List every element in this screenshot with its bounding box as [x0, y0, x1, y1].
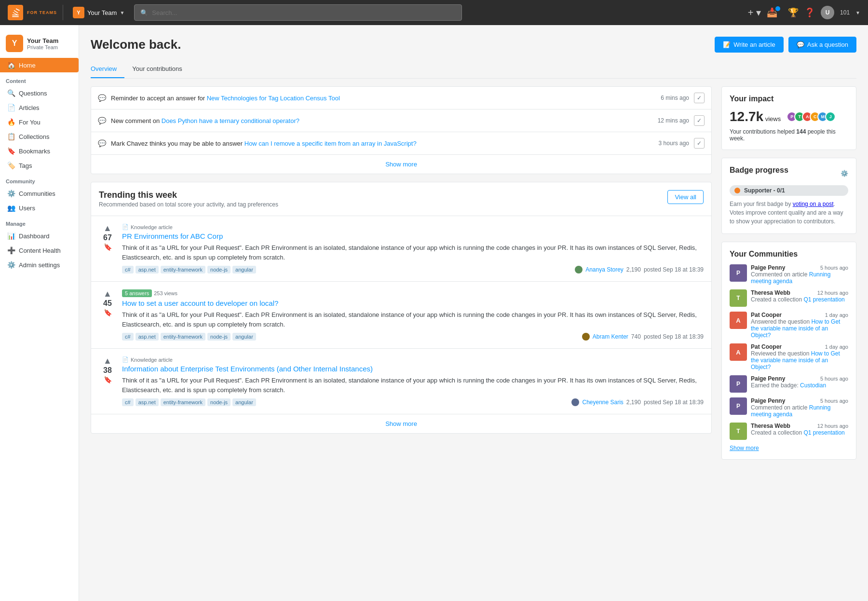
tab-overview[interactable]: Overview: [91, 60, 124, 78]
search-icon: 🔍: [140, 9, 148, 16]
sidebar-communities-label: Communities: [19, 190, 55, 197]
bookmark-1[interactable]: 🔖: [104, 309, 112, 316]
author-name-2[interactable]: Cheyenne Saris: [582, 399, 623, 406]
sidebar-item-tags[interactable]: 🏷️ Tags: [0, 158, 79, 173]
tag-cs-0[interactable]: c#: [122, 266, 134, 273]
tag-aspnet-0[interactable]: asp.net: [136, 266, 159, 273]
community-avatar-1: T: [730, 289, 747, 307]
add-button[interactable]: + ▾: [748, 7, 761, 18]
tag-aspnet-1[interactable]: asp.net: [136, 333, 159, 341]
search-bar[interactable]: 🔍: [134, 4, 462, 21]
content-health-icon: ➕: [7, 246, 15, 254]
article-type-text-0: Knowledge article: [131, 224, 173, 230]
ask-question-button[interactable]: 💬 Ask a question: [788, 37, 856, 53]
author-rep-2: 2,190: [626, 399, 641, 406]
badge-desc-link[interactable]: voting on a post: [793, 201, 834, 207]
sidebar-item-admin[interactable]: ⚙️ Admin settings: [0, 258, 79, 272]
upvote-1[interactable]: ▲: [103, 289, 112, 298]
bookmark-0[interactable]: 🔖: [104, 243, 112, 251]
trending-show-more[interactable]: Show more: [91, 414, 711, 433]
article-tags-0: c# asp.net entity-framework node-js angu…: [122, 266, 256, 273]
sidebar-item-collections[interactable]: 📋 Collections: [0, 129, 79, 144]
badge-desc: Earn your first badge by voting on a pos…: [730, 200, 848, 226]
community-time-1: 12 hours ago: [817, 290, 848, 296]
community-time-6: 12 hours ago: [817, 423, 848, 429]
community-list: P Paige Penny 5 hours ago Commented on a…: [730, 264, 848, 440]
tag-nodejs-1[interactable]: node-js: [207, 333, 231, 341]
community-link-4[interactable]: Custodian: [800, 382, 826, 389]
tag-angular-0[interactable]: angular: [232, 266, 256, 273]
achievements-icon[interactable]: 🏆: [788, 7, 799, 18]
notif-link-0[interactable]: New Technologies for Tag Location Census…: [207, 95, 340, 102]
tag-cs-2[interactable]: c#: [122, 398, 134, 406]
write-article-button[interactable]: 📝 Write an article: [715, 37, 783, 53]
bookmark-2[interactable]: 🔖: [104, 376, 112, 383]
view-all-button[interactable]: View all: [667, 190, 704, 204]
author-name-1[interactable]: Abram Kenter: [593, 333, 628, 340]
communities-show-more[interactable]: Show more: [730, 445, 848, 451]
community-item-2: A Pat Cooper 1 day ago Answered the ques…: [730, 312, 848, 339]
article-title-0[interactable]: PR Environments for ABC Corp: [122, 232, 704, 240]
sidebar-item-questions[interactable]: 🔍 Questions: [0, 86, 79, 100]
for-teams-eyebrow: FOR TEAMS: [27, 10, 57, 15]
sidebar-articles-label: Articles: [19, 104, 40, 111]
vote-count-0: 67: [103, 233, 112, 242]
user-rep: 101: [840, 9, 850, 16]
sidebar-item-content-health[interactable]: ➕ Content Health: [0, 243, 79, 258]
sidebar-item-dashboard[interactable]: 📊 Dashboard: [0, 229, 79, 243]
tag-nodejs-2[interactable]: node-js: [207, 398, 231, 406]
notif-text-0: Reminder to accept an answer for New Tec…: [111, 95, 656, 102]
notif-check-0[interactable]: ✓: [694, 93, 705, 103]
tag-angular-1[interactable]: angular: [232, 333, 256, 341]
author-name-0[interactable]: Ananya Storey: [585, 266, 624, 273]
notif-prefix-1: New comment on: [111, 117, 162, 124]
sidebar-item-users[interactable]: 👥 Users: [0, 201, 79, 215]
notifications-show-more[interactable]: Show more: [91, 155, 711, 174]
tab-contributions[interactable]: Your contributions: [132, 60, 190, 78]
notif-link-2[interactable]: How can I remove a specific item from an…: [244, 140, 417, 147]
mini-avatar-5: J: [825, 111, 836, 122]
sidebar-item-articles[interactable]: 📄 Articles: [0, 100, 79, 115]
tag-aspnet-2[interactable]: asp.net: [136, 398, 159, 406]
sidebar-item-for-you[interactable]: 🔥 For You: [0, 115, 79, 129]
header-buttons: 📝 Write an article 💬 Ask a question: [715, 37, 856, 53]
notif-check-2[interactable]: ✓: [694, 138, 705, 149]
help-icon[interactable]: ❓: [804, 7, 815, 18]
article-meta-2: Cheyenne Saris 2,190 posted Sep 18 at 18…: [571, 398, 704, 406]
posted-1: posted Sep 18 at 18:39: [644, 333, 704, 340]
sidebar-item-home[interactable]: 🏠 Home: [0, 58, 79, 72]
tag-ef-1[interactable]: entity-framework: [161, 333, 205, 341]
sidebar-item-communities[interactable]: ⚙️ Communities: [0, 186, 79, 201]
community-item-3: A Pat Cooper 1 day ago Reviewed the ques…: [730, 343, 848, 370]
notif-check-1[interactable]: ✓: [694, 115, 705, 126]
tag-ef-0[interactable]: entity-framework: [161, 266, 205, 273]
communities-icon: ⚙️: [7, 190, 15, 197]
tag-angular-2[interactable]: angular: [232, 398, 256, 406]
content-columns: 💬 Reminder to accept an answer for New T…: [91, 86, 856, 467]
tag-ef-2[interactable]: entity-framework: [161, 398, 205, 406]
community-link-1[interactable]: Q1 presentation: [803, 296, 844, 303]
article-tags-2: c# asp.net entity-framework node-js angu…: [122, 398, 256, 406]
community-action-text-0: Commented on article: [751, 271, 809, 278]
community-avatar-3: A: [730, 343, 747, 361]
tag-cs-1[interactable]: c#: [122, 333, 134, 341]
article-title-1[interactable]: How to set a user account to developer o…: [122, 299, 704, 307]
article-title-2[interactable]: Information about Enterprise Test Enviro…: [122, 365, 704, 373]
search-input[interactable]: [152, 9, 456, 16]
sidebar-item-bookmarks[interactable]: 🔖 Bookmarks: [0, 144, 79, 158]
community-action-text-1: Created a collection: [751, 296, 803, 303]
community-link-6[interactable]: Q1 presentation: [803, 429, 844, 436]
sidebar-community-section: Community: [0, 173, 79, 186]
user-avatar[interactable]: U: [821, 6, 834, 19]
badge-settings-icon[interactable]: ⚙️: [841, 170, 848, 177]
write-article-icon: 📝: [723, 41, 731, 48]
avatar-row: P T A C M J: [787, 111, 836, 122]
team-selector[interactable]: Y Your Team ▼: [69, 5, 128, 20]
upvote-0[interactable]: ▲: [103, 224, 112, 232]
articles-icon: 📄: [7, 104, 15, 111]
community-action-text-5: Commented on article: [751, 404, 809, 411]
upvote-2[interactable]: ▲: [103, 356, 112, 365]
notif-link-1[interactable]: Does Python have a ternary conditional o…: [162, 117, 299, 124]
tag-nodejs-0[interactable]: node-js: [207, 266, 231, 273]
trending-subtitle: Recommended based on total score your ac…: [99, 201, 278, 208]
